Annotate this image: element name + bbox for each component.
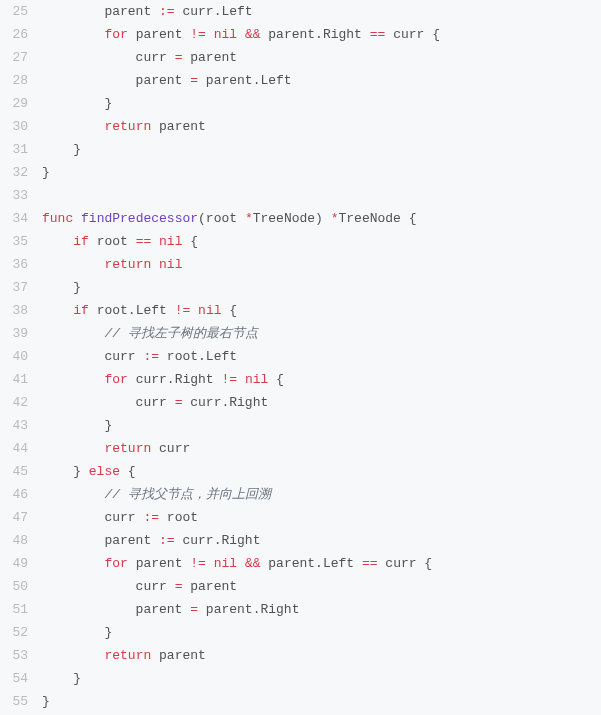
line-number: 41 [0,368,42,391]
token-k: return [104,441,151,456]
token: parent [42,602,190,617]
code-line: 25 parent := curr.Left [0,0,601,23]
line-number: 48 [0,529,42,552]
code-line: 39 // 寻找左子树的最右节点 [0,322,601,345]
code-content[interactable]: } [42,138,601,161]
token-op: != [190,27,206,42]
code-line: 47 curr := root [0,506,601,529]
code-content[interactable]: for parent != nil && parent.Right == cur… [42,23,601,46]
line-number: 53 [0,644,42,667]
token [73,211,81,226]
token: parent [151,119,206,134]
token: } [42,142,81,157]
code-content[interactable]: curr = parent [42,575,601,598]
token: TreeNode { [339,211,417,226]
code-content[interactable]: // 寻找父节点，并向上回溯 [42,483,601,506]
token-op: = [190,602,198,617]
line-number: 45 [0,460,42,483]
token-k: nil [214,27,237,42]
token [42,257,104,272]
token-op: == [136,234,152,249]
token: { [221,303,237,318]
code-line: 31 } [0,138,601,161]
token: curr [42,395,175,410]
token-k: return [104,648,151,663]
code-content[interactable]: parent = parent.Right [42,598,601,621]
code-content[interactable]: for parent != nil && parent.Left == curr… [42,552,601,575]
token [237,27,245,42]
token: } [42,96,112,111]
code-content[interactable]: parent = parent.Left [42,69,601,92]
code-content[interactable]: } else { [42,460,601,483]
code-content[interactable]: parent := curr.Right [42,529,601,552]
token-k: nil [198,303,221,318]
token-k: return [104,257,151,272]
code-line: 41 for curr.Right != nil { [0,368,601,391]
token: { [268,372,284,387]
token-op: && [245,27,261,42]
code-line: 53 return parent [0,644,601,667]
token: } [42,165,50,180]
token [42,234,73,249]
token-k: for [104,556,127,571]
token [42,372,104,387]
token: curr [151,441,190,456]
code-line: 51 parent = parent.Right [0,598,601,621]
token: curr [42,50,175,65]
line-number: 30 [0,115,42,138]
token-k: for [104,27,127,42]
code-content[interactable]: } [42,276,601,299]
token-op: != [190,556,206,571]
line-number: 51 [0,598,42,621]
code-content[interactable]: if root == nil { [42,230,601,253]
token-cm: // 寻找父节点，并向上回溯 [104,487,270,502]
code-content[interactable]: for curr.Right != nil { [42,368,601,391]
token-k: return [104,119,151,134]
code-line: 27 curr = parent [0,46,601,69]
code-line: 40 curr := root.Left [0,345,601,368]
line-number: 31 [0,138,42,161]
code-content[interactable]: } [42,690,601,713]
code-line: 46 // 寻找父节点，并向上回溯 [0,483,601,506]
token-k: if [73,303,89,318]
code-content[interactable]: } [42,161,601,184]
line-number: 35 [0,230,42,253]
code-content[interactable]: return parent [42,644,601,667]
code-content[interactable]: // 寻找左子树的最右节点 [42,322,601,345]
token: curr.Right [175,533,261,548]
token: } [42,280,81,295]
token-k: if [73,234,89,249]
code-content[interactable]: parent := curr.Left [42,0,601,23]
code-content[interactable] [42,184,601,207]
code-content[interactable]: return curr [42,437,601,460]
code-content[interactable]: return parent [42,115,601,138]
token-op: == [362,556,378,571]
line-number: 40 [0,345,42,368]
token-k: nil [159,257,182,272]
code-content[interactable]: curr = parent [42,46,601,69]
code-content[interactable]: func findPredecessor(root *TreeNode) *Tr… [42,207,601,230]
code-content[interactable]: curr := root [42,506,601,529]
token-k: nil [214,556,237,571]
code-content[interactable]: if root.Left != nil { [42,299,601,322]
line-number: 34 [0,207,42,230]
line-number: 55 [0,690,42,713]
token: curr { [385,27,440,42]
code-line: 54 } [0,667,601,690]
code-line: 42 curr = curr.Right [0,391,601,414]
code-content[interactable]: return nil [42,253,601,276]
code-content[interactable]: } [42,414,601,437]
code-content[interactable]: } [42,92,601,115]
code-content[interactable]: } [42,621,601,644]
line-number: 44 [0,437,42,460]
token: } [42,418,112,433]
token: parent [42,4,159,19]
code-content[interactable]: curr = curr.Right [42,391,601,414]
code-content[interactable]: curr := root.Left [42,345,601,368]
token: parent.Right [261,27,370,42]
code-line: 26 for parent != nil && parent.Right == … [0,23,601,46]
token-k: func [42,211,73,226]
token-k: else [89,464,120,479]
code-block: 25 parent := curr.Left26 for parent != n… [0,0,601,713]
code-content[interactable]: } [42,667,601,690]
